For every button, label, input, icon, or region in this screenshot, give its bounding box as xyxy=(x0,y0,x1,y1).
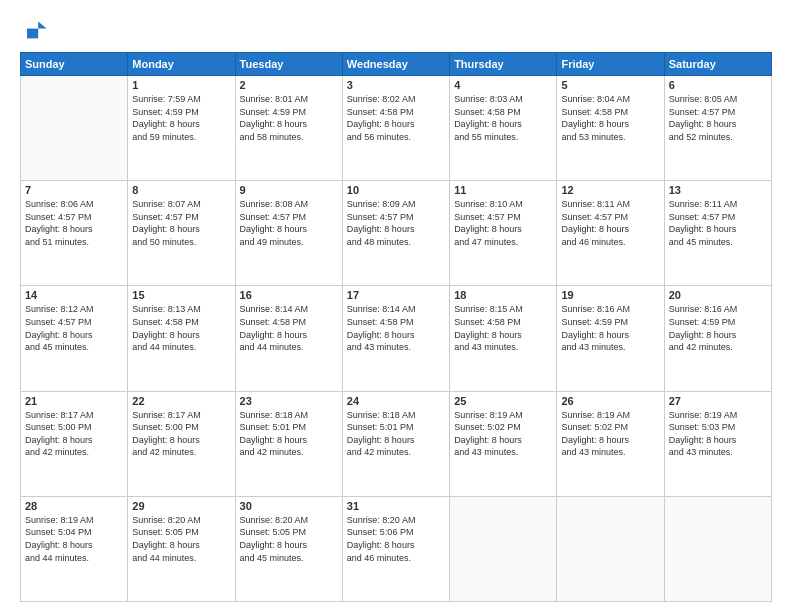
svg-rect-1 xyxy=(27,29,38,39)
day-info: Sunrise: 8:19 AM Sunset: 5:03 PM Dayligh… xyxy=(669,409,767,459)
day-info: Sunrise: 8:04 AM Sunset: 4:58 PM Dayligh… xyxy=(561,93,659,143)
day-info: Sunrise: 8:11 AM Sunset: 4:57 PM Dayligh… xyxy=(669,198,767,248)
calendar-cell: 28Sunrise: 8:19 AM Sunset: 5:04 PM Dayli… xyxy=(21,496,128,601)
day-info: Sunrise: 8:02 AM Sunset: 4:58 PM Dayligh… xyxy=(347,93,445,143)
calendar-cell: 12Sunrise: 8:11 AM Sunset: 4:57 PM Dayli… xyxy=(557,181,664,286)
day-info: Sunrise: 8:18 AM Sunset: 5:01 PM Dayligh… xyxy=(347,409,445,459)
calendar-cell: 2Sunrise: 8:01 AM Sunset: 4:59 PM Daylig… xyxy=(235,76,342,181)
weekday-header-monday: Monday xyxy=(128,53,235,76)
day-number: 1 xyxy=(132,79,230,91)
day-info: Sunrise: 8:09 AM Sunset: 4:57 PM Dayligh… xyxy=(347,198,445,248)
calendar-cell: 22Sunrise: 8:17 AM Sunset: 5:00 PM Dayli… xyxy=(128,391,235,496)
day-info: Sunrise: 7:59 AM Sunset: 4:59 PM Dayligh… xyxy=(132,93,230,143)
day-info: Sunrise: 8:06 AM Sunset: 4:57 PM Dayligh… xyxy=(25,198,123,248)
day-info: Sunrise: 8:14 AM Sunset: 4:58 PM Dayligh… xyxy=(240,303,338,353)
calendar-table: SundayMondayTuesdayWednesdayThursdayFrid… xyxy=(20,52,772,602)
calendar-cell: 16Sunrise: 8:14 AM Sunset: 4:58 PM Dayli… xyxy=(235,286,342,391)
day-info: Sunrise: 8:14 AM Sunset: 4:58 PM Dayligh… xyxy=(347,303,445,353)
day-info: Sunrise: 8:10 AM Sunset: 4:57 PM Dayligh… xyxy=(454,198,552,248)
day-number: 12 xyxy=(561,184,659,196)
calendar-cell: 15Sunrise: 8:13 AM Sunset: 4:58 PM Dayli… xyxy=(128,286,235,391)
day-info: Sunrise: 8:19 AM Sunset: 5:04 PM Dayligh… xyxy=(25,514,123,564)
day-info: Sunrise: 8:07 AM Sunset: 4:57 PM Dayligh… xyxy=(132,198,230,248)
day-info: Sunrise: 8:01 AM Sunset: 4:59 PM Dayligh… xyxy=(240,93,338,143)
calendar-cell: 9Sunrise: 8:08 AM Sunset: 4:57 PM Daylig… xyxy=(235,181,342,286)
day-info: Sunrise: 8:16 AM Sunset: 4:59 PM Dayligh… xyxy=(669,303,767,353)
calendar-cell xyxy=(450,496,557,601)
weekday-header-friday: Friday xyxy=(557,53,664,76)
day-number: 4 xyxy=(454,79,552,91)
calendar-week-row: 1Sunrise: 7:59 AM Sunset: 4:59 PM Daylig… xyxy=(21,76,772,181)
weekday-header-saturday: Saturday xyxy=(664,53,771,76)
calendar-cell: 10Sunrise: 8:09 AM Sunset: 4:57 PM Dayli… xyxy=(342,181,449,286)
calendar-cell xyxy=(664,496,771,601)
day-number: 11 xyxy=(454,184,552,196)
day-number: 15 xyxy=(132,289,230,301)
weekday-header-tuesday: Tuesday xyxy=(235,53,342,76)
day-info: Sunrise: 8:19 AM Sunset: 5:02 PM Dayligh… xyxy=(561,409,659,459)
day-number: 8 xyxy=(132,184,230,196)
svg-marker-0 xyxy=(38,22,46,29)
day-number: 7 xyxy=(25,184,123,196)
day-number: 3 xyxy=(347,79,445,91)
day-number: 19 xyxy=(561,289,659,301)
day-info: Sunrise: 8:17 AM Sunset: 5:00 PM Dayligh… xyxy=(25,409,123,459)
calendar-cell: 5Sunrise: 8:04 AM Sunset: 4:58 PM Daylig… xyxy=(557,76,664,181)
calendar-cell: 3Sunrise: 8:02 AM Sunset: 4:58 PM Daylig… xyxy=(342,76,449,181)
day-number: 2 xyxy=(240,79,338,91)
calendar-cell: 8Sunrise: 8:07 AM Sunset: 4:57 PM Daylig… xyxy=(128,181,235,286)
calendar-cell xyxy=(557,496,664,601)
day-number: 29 xyxy=(132,500,230,512)
calendar-cell: 4Sunrise: 8:03 AM Sunset: 4:58 PM Daylig… xyxy=(450,76,557,181)
calendar-cell: 29Sunrise: 8:20 AM Sunset: 5:05 PM Dayli… xyxy=(128,496,235,601)
calendar-cell: 25Sunrise: 8:19 AM Sunset: 5:02 PM Dayli… xyxy=(450,391,557,496)
logo-icon xyxy=(20,16,48,44)
day-number: 25 xyxy=(454,395,552,407)
calendar-cell: 30Sunrise: 8:20 AM Sunset: 5:05 PM Dayli… xyxy=(235,496,342,601)
day-number: 28 xyxy=(25,500,123,512)
header xyxy=(20,16,772,44)
day-info: Sunrise: 8:03 AM Sunset: 4:58 PM Dayligh… xyxy=(454,93,552,143)
day-info: Sunrise: 8:18 AM Sunset: 5:01 PM Dayligh… xyxy=(240,409,338,459)
day-number: 24 xyxy=(347,395,445,407)
day-info: Sunrise: 8:20 AM Sunset: 5:05 PM Dayligh… xyxy=(240,514,338,564)
calendar-cell: 24Sunrise: 8:18 AM Sunset: 5:01 PM Dayli… xyxy=(342,391,449,496)
calendar-cell: 14Sunrise: 8:12 AM Sunset: 4:57 PM Dayli… xyxy=(21,286,128,391)
day-number: 20 xyxy=(669,289,767,301)
weekday-header-sunday: Sunday xyxy=(21,53,128,76)
calendar-cell: 27Sunrise: 8:19 AM Sunset: 5:03 PM Dayli… xyxy=(664,391,771,496)
calendar-cell: 19Sunrise: 8:16 AM Sunset: 4:59 PM Dayli… xyxy=(557,286,664,391)
calendar-cell: 11Sunrise: 8:10 AM Sunset: 4:57 PM Dayli… xyxy=(450,181,557,286)
weekday-header-row: SundayMondayTuesdayWednesdayThursdayFrid… xyxy=(21,53,772,76)
calendar-cell xyxy=(21,76,128,181)
day-info: Sunrise: 8:11 AM Sunset: 4:57 PM Dayligh… xyxy=(561,198,659,248)
calendar-cell: 17Sunrise: 8:14 AM Sunset: 4:58 PM Dayli… xyxy=(342,286,449,391)
day-number: 6 xyxy=(669,79,767,91)
day-info: Sunrise: 8:05 AM Sunset: 4:57 PM Dayligh… xyxy=(669,93,767,143)
day-number: 27 xyxy=(669,395,767,407)
day-number: 10 xyxy=(347,184,445,196)
day-number: 31 xyxy=(347,500,445,512)
day-info: Sunrise: 8:12 AM Sunset: 4:57 PM Dayligh… xyxy=(25,303,123,353)
calendar-cell: 13Sunrise: 8:11 AM Sunset: 4:57 PM Dayli… xyxy=(664,181,771,286)
calendar-cell: 7Sunrise: 8:06 AM Sunset: 4:57 PM Daylig… xyxy=(21,181,128,286)
calendar-cell: 6Sunrise: 8:05 AM Sunset: 4:57 PM Daylig… xyxy=(664,76,771,181)
day-number: 5 xyxy=(561,79,659,91)
day-info: Sunrise: 8:15 AM Sunset: 4:58 PM Dayligh… xyxy=(454,303,552,353)
day-number: 30 xyxy=(240,500,338,512)
calendar-week-row: 21Sunrise: 8:17 AM Sunset: 5:00 PM Dayli… xyxy=(21,391,772,496)
weekday-header-wednesday: Wednesday xyxy=(342,53,449,76)
day-info: Sunrise: 8:20 AM Sunset: 5:05 PM Dayligh… xyxy=(132,514,230,564)
day-info: Sunrise: 8:16 AM Sunset: 4:59 PM Dayligh… xyxy=(561,303,659,353)
calendar-cell: 26Sunrise: 8:19 AM Sunset: 5:02 PM Dayli… xyxy=(557,391,664,496)
day-number: 23 xyxy=(240,395,338,407)
day-number: 26 xyxy=(561,395,659,407)
day-number: 17 xyxy=(347,289,445,301)
calendar-cell: 18Sunrise: 8:15 AM Sunset: 4:58 PM Dayli… xyxy=(450,286,557,391)
day-number: 14 xyxy=(25,289,123,301)
day-number: 21 xyxy=(25,395,123,407)
logo xyxy=(20,16,50,44)
day-info: Sunrise: 8:13 AM Sunset: 4:58 PM Dayligh… xyxy=(132,303,230,353)
calendar-week-row: 7Sunrise: 8:06 AM Sunset: 4:57 PM Daylig… xyxy=(21,181,772,286)
day-number: 16 xyxy=(240,289,338,301)
